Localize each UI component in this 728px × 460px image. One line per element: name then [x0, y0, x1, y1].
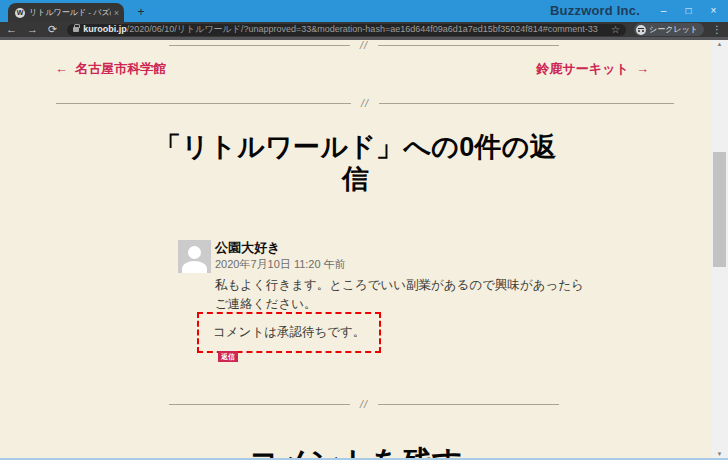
right-arrow-icon: →	[636, 61, 649, 76]
url-text: kuroobi.jp/2020/06/10/リトルワールド/?unapprove…	[83, 23, 607, 36]
section-separator-bottom: //	[169, 397, 559, 411]
comments-heading-wrap: 「リトルワールド」への0件の返信	[0, 132, 711, 196]
avatar-silhouette-icon	[188, 246, 201, 259]
reply-button[interactable]: 返信	[218, 351, 238, 362]
scroll-up-icon[interactable]: ▲	[711, 40, 728, 48]
incognito-icon	[636, 25, 646, 35]
browser-window: W リトルワールド - バズのお出かけブログ × + Buzzword Inc.…	[0, 0, 728, 460]
incognito-chip: シークレット	[634, 23, 704, 36]
forward-icon[interactable]: →	[27, 24, 38, 35]
separator-slashes: //	[350, 398, 378, 410]
window-title: Buzzword Inc.	[550, 3, 640, 18]
prev-post-label: 名古屋市科学館	[75, 61, 166, 76]
close-button[interactable]: ×	[701, 0, 726, 22]
url-domain: kuroobi.jp	[83, 24, 127, 34]
url-bar[interactable]: kuroobi.jp/2020/06/10/リトルワールド/?unapprove…	[67, 24, 626, 36]
browser-tab[interactable]: W リトルワールド - バズのお出かけブログ ×	[8, 3, 124, 22]
reload-icon[interactable]: ⟳	[48, 24, 57, 35]
window-titlebar: W リトルワールド - バズのお出かけブログ × + Buzzword Inc.…	[0, 0, 728, 22]
separator-slashes: //	[351, 97, 379, 109]
comment-author: 公園大好き	[215, 239, 280, 257]
scroll-down-icon[interactable]: ▼	[711, 450, 728, 458]
padlock-icon	[73, 27, 79, 32]
window-controls: – □ ×	[651, 0, 726, 22]
comments-heading: 「リトルワールド」への0件の返信	[141, 132, 571, 196]
left-arrow-icon: ←	[55, 61, 68, 76]
browser-toolbar: ← → ⟳ kuroobi.jp/2020/06/10/リトルワールド/?una…	[0, 22, 728, 37]
incognito-label: シークレット	[649, 24, 698, 35]
prev-post-link[interactable]: ← 名古屋市科学館	[55, 60, 166, 78]
separator-slashes: //	[350, 40, 378, 51]
back-icon[interactable]: ←	[6, 24, 17, 35]
comment-body: 私もよく行きます。ところでいい副業があるので興味があったらご連絡ください。	[215, 276, 591, 314]
browser-menu-icon[interactable]: ⋮	[712, 24, 722, 35]
comment-moderation-notice: コメントは承認待ちです。	[197, 312, 381, 353]
bookmark-star-icon[interactable]: ☆	[611, 24, 620, 35]
page-content: // ← 名古屋市科学館 鈴鹿サーキット → // 「リトルワールド」への0件の…	[0, 40, 728, 460]
page-scrollbar[interactable]: ▲ ▼	[711, 40, 728, 460]
wordpress-favicon-icon: W	[15, 8, 25, 18]
post-navigation: ← 名古屋市科学館 鈴鹿サーキット →	[0, 60, 711, 78]
url-path: /2020/06/10/リトルワールド/?unapproved=33&moder…	[127, 24, 598, 34]
tab-title: リトルワールド - バズのお出かけブログ	[29, 7, 111, 18]
tab-close-icon[interactable]: ×	[114, 8, 119, 18]
section-separator-top: //	[169, 40, 559, 52]
scrollbar-thumb[interactable]	[713, 152, 726, 267]
new-tab-button[interactable]: +	[134, 5, 148, 19]
comment-date[interactable]: 2020年7月10日 11:20 午前	[215, 257, 346, 272]
next-post-label: 鈴鹿サーキット	[537, 61, 629, 76]
minimize-button[interactable]: –	[651, 0, 676, 22]
section-separator-nav: //	[56, 96, 674, 110]
maximize-button[interactable]: □	[676, 0, 701, 22]
commenter-avatar	[178, 240, 211, 273]
next-post-link[interactable]: 鈴鹿サーキット →	[537, 60, 649, 78]
